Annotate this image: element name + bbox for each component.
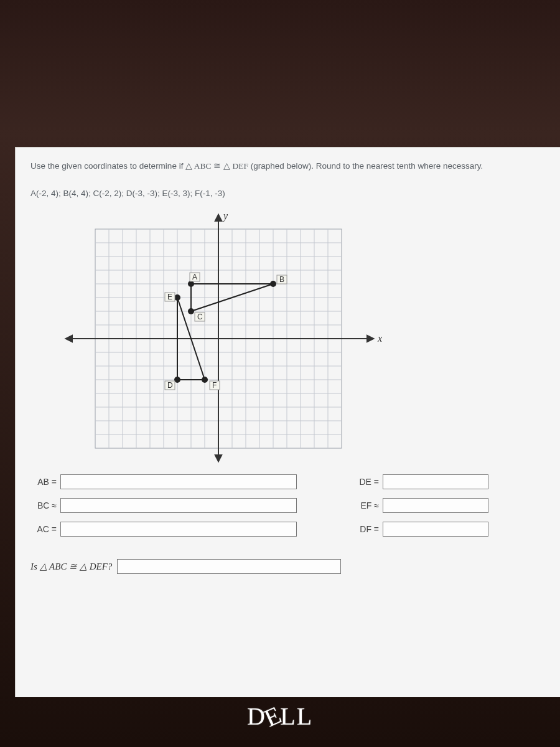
field-df: DF = (353, 522, 488, 537)
y-axis-label: y (222, 210, 228, 222)
coordinate-graph: x y A B (38, 208, 386, 469)
label-ab: AB = (30, 477, 57, 487)
field-ab: AB = (30, 474, 297, 489)
final-question-row: Is △ ABC ≅ △ DEF? (30, 559, 555, 574)
label-bc: BC ≈ (30, 500, 57, 510)
answers-grid: AB = BC ≈ AC = DE = EF ≈ (30, 474, 555, 537)
label-de: DE = (353, 477, 379, 487)
answers-column-left: AB = BC ≈ AC = (30, 474, 297, 537)
input-final[interactable] (117, 559, 341, 574)
point-label-f: F (212, 381, 217, 390)
svg-point-40 (202, 377, 208, 383)
input-de[interactable] (383, 474, 488, 489)
point-label-e: E (167, 293, 172, 301)
input-ef[interactable] (383, 498, 488, 513)
input-ac[interactable] (60, 522, 297, 537)
label-ef: EF ≈ (353, 500, 379, 510)
triangle-def: △ DEF (223, 161, 248, 171)
field-ef: EF ≈ (353, 498, 488, 513)
point-label-c: C (197, 312, 203, 321)
triangle-abc: △ ABC (185, 161, 211, 171)
laptop-photo-frame: Use the given coordinates to determine i… (0, 0, 560, 747)
prompt-suffix: (graphed below). Round to the nearest te… (251, 161, 483, 171)
point-label-b: B (279, 275, 284, 284)
svg-point-36 (270, 281, 276, 287)
point-label-d: D (167, 381, 173, 390)
answers-column-right: DE = EF ≈ DF = (353, 474, 488, 537)
input-bc[interactable] (60, 498, 297, 513)
point-label-a: A (192, 273, 197, 281)
field-ac: AC = (30, 522, 297, 537)
input-ab[interactable] (60, 474, 297, 489)
x-axis-label: x (377, 333, 382, 344)
question-panel: Use the given coordinates to determine i… (15, 147, 560, 697)
prompt-prefix: Use the given coordinates to determine i… (30, 161, 185, 171)
final-question-label: Is △ ABC ≅ △ DEF? (30, 561, 112, 572)
dell-logo: DELL (247, 702, 313, 731)
svg-point-37 (188, 308, 194, 314)
graph-container: x y A B (30, 208, 555, 469)
field-de: DE = (353, 474, 488, 489)
congruent-symbol: ≅ (213, 161, 223, 171)
prompt-text: Use the given coordinates to determine i… (30, 160, 555, 172)
label-ac: AC = (30, 524, 57, 534)
input-df[interactable] (383, 522, 488, 537)
field-bc: BC ≈ (30, 498, 297, 513)
coordinates-line: A(-2, 4); B(4, 4); C(-2, 2); D(-3, -3); … (30, 189, 555, 198)
label-df: DF = (353, 524, 379, 534)
